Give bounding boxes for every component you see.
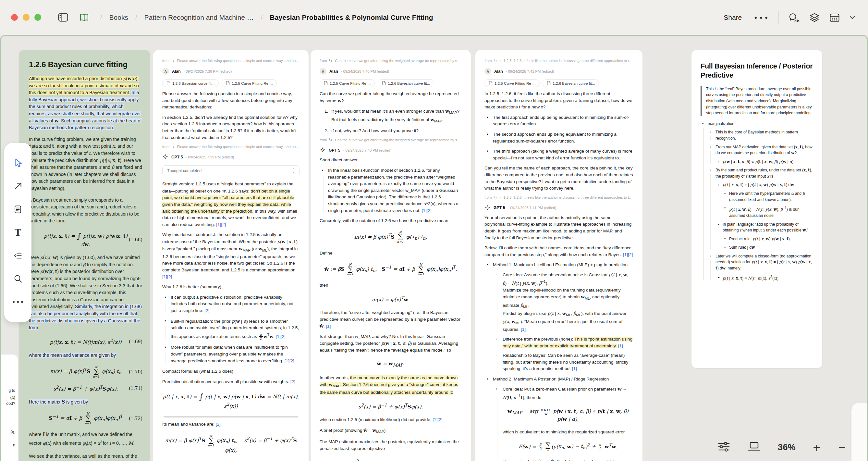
doc-paragraph: where I is the unit matrix, and we have … bbox=[29, 431, 143, 448]
offscreen-card-sliver[interactable]: g to (x) ood? 9), n bbox=[0, 354, 18, 461]
citation-link[interactable]: [1] bbox=[521, 327, 526, 332]
branch-arrow-icon bbox=[494, 196, 497, 200]
list-item: If not, why not? And how would you prove… bbox=[329, 127, 462, 135]
avatar: A bbox=[162, 68, 169, 75]
zoom-in-icon[interactable]: + bbox=[812, 441, 821, 453]
horizontal-scrollbar[interactable] bbox=[163, 416, 298, 417]
list-item: marginalization This is the core of Baye… bbox=[701, 121, 813, 282]
breadcrumb-book-title[interactable]: Pattern Recognition and Machine … bbox=[145, 13, 254, 22]
math-symbol: max bbox=[540, 407, 551, 416]
thread-source-line[interactable]: from Please answer the following questio… bbox=[162, 58, 300, 63]
thread-source-line[interactable]: from Please answer the following questio… bbox=[162, 144, 300, 149]
chat-thread-1[interactable]: from Please answer the following questio… bbox=[153, 50, 309, 461]
arrow-tool-icon[interactable] bbox=[10, 179, 25, 194]
document-icon bbox=[226, 81, 230, 85]
equation: s2(x) = β−1 + φ(x)TSφ(x), bbox=[320, 403, 462, 410]
note-title: Full Bayesian Inference / Posterior Pred… bbox=[701, 62, 813, 80]
clipped-text: ood? bbox=[6, 401, 15, 406]
citation-link[interactable]: [1][2] bbox=[276, 334, 285, 339]
book-library-icon[interactable] bbox=[79, 13, 89, 22]
minimize-window-button[interactable] bbox=[23, 14, 30, 21]
chat-thread-3[interactable]: from In 1.2.5–1.2.6, it feels like the a… bbox=[475, 50, 643, 461]
context-chip[interactable]: 1.2.6 Bayesian curve fit... bbox=[378, 79, 434, 87]
list-item: Difference from the previous (none): Thi… bbox=[493, 336, 633, 349]
author-name: GPT 5 bbox=[329, 148, 340, 152]
assistant-paragraph: then bbox=[320, 282, 462, 289]
math-symbol: ∑ bbox=[354, 458, 361, 461]
math-symbol: ∑ bbox=[417, 263, 424, 276]
chat-bubbles-icon[interactable] bbox=[788, 13, 800, 22]
note-tool-icon[interactable] bbox=[10, 202, 25, 217]
context-chip[interactable]: 1.2.6 Bayesian curve fit... bbox=[542, 79, 599, 87]
citation-link[interactable]: [1][2] bbox=[623, 252, 633, 257]
zoom-level[interactable]: 36% bbox=[778, 442, 796, 453]
context-chip[interactable]: 1.2.5 Curve Fitting Re-... bbox=[485, 79, 539, 87]
layers-icon[interactable] bbox=[809, 13, 820, 22]
clipped-text: g to bbox=[8, 388, 15, 393]
list-item: This is the core of Bayesian methods in … bbox=[708, 129, 813, 141]
citation-link[interactable]: [2] bbox=[205, 308, 209, 313]
zoom-window-button[interactable] bbox=[34, 14, 41, 21]
author-name: Alan bbox=[494, 69, 503, 74]
context-chip[interactable]: 1.2.6 Bayesian curve fit... bbox=[162, 79, 219, 87]
doc-paragraph: Although we have included a prior distri… bbox=[29, 75, 143, 132]
citation-link[interactable]: [1] bbox=[618, 344, 623, 348]
user-message: In 1.2.5–1.2.6, it feels like the author… bbox=[485, 91, 633, 111]
present-device-icon[interactable] bbox=[747, 441, 761, 454]
chat-thread-2[interactable]: from Can the curve we get after taking t… bbox=[311, 50, 471, 461]
context-chip[interactable]: 1.2.5 Curve Fitting Re-... bbox=[320, 79, 375, 87]
list-item: Product rule: p(t | x, w) p(w | x, t) bbox=[723, 236, 813, 242]
sidebar-toggle-icon[interactable] bbox=[58, 13, 68, 22]
note-card[interactable]: Full Bayesian Inference / Posterior Pred… bbox=[691, 50, 822, 368]
zoom-out-icon[interactable]: − bbox=[838, 441, 846, 453]
author-name: GPT 5 bbox=[494, 205, 505, 210]
citation-link[interactable]: [2] bbox=[216, 422, 221, 427]
doc-section-heading: 1.2.6 Bayesian curve fitting bbox=[29, 60, 143, 69]
thread-source-line[interactable]: from In 1.2.5–1.2.6, it feels like the a… bbox=[485, 58, 633, 63]
highlight: the mean curve is exactly the same as th… bbox=[320, 375, 458, 395]
highlight: Here the matrix S is given by bbox=[29, 399, 88, 404]
calendar-icon[interactable] bbox=[829, 13, 840, 22]
citation-link[interactable]: [1][2] bbox=[162, 274, 172, 279]
highlight: where the mean and variance are given by bbox=[29, 352, 116, 358]
citation-link[interactable]: [2] bbox=[290, 379, 295, 384]
list-item: If yes, wouldn’t that mean it’s an even … bbox=[329, 108, 462, 124]
outline-tool-icon[interactable] bbox=[10, 248, 25, 263]
share-button[interactable]: Share bbox=[723, 13, 742, 22]
text-tool-icon[interactable]: T bbox=[10, 225, 25, 240]
thread-source-line[interactable]: from Can the curve we get after taking t… bbox=[320, 138, 462, 142]
citation-link[interactable]: [1][2] bbox=[433, 417, 442, 422]
message-timestamp: · 09/24/2025 7:40 PM (edited) bbox=[343, 148, 392, 152]
chevron-down-icon[interactable] bbox=[849, 16, 855, 20]
more-options-icon[interactable]: ● ● ● bbox=[754, 15, 769, 20]
breadcrumb-books[interactable]: Books bbox=[110, 13, 128, 22]
user-message: Can you tell me the name of each approac… bbox=[485, 165, 633, 192]
close-window-button[interactable] bbox=[11, 14, 18, 21]
assistant-paragraph: which section 1.2.5 (maximum likelihood)… bbox=[320, 416, 462, 423]
thought-collapsed-toggle[interactable]: Thought completed ⌃⌄ bbox=[162, 165, 300, 176]
list-item: Sum rule: ∫ dw bbox=[723, 244, 813, 251]
context-chip[interactable]: 1.2.5 Curve Fitting Re-... bbox=[222, 79, 277, 87]
board-canvas[interactable]: g to (x) ood? 9), n 1.2.6 Bayesian curve… bbox=[0, 35, 868, 461]
branch-arrow-icon bbox=[329, 138, 333, 142]
breadcrumb-page-title[interactable]: Bayesian Probabilities & Polynomial Curv… bbox=[270, 13, 433, 22]
toolbar-divider bbox=[778, 11, 779, 24]
select-cursor-tool-icon[interactable] bbox=[10, 155, 25, 170]
thread-source-line[interactable]: from Can the curve we get after taking t… bbox=[320, 58, 462, 63]
list-item: The second approach ends up being equiva… bbox=[485, 131, 633, 144]
math-symbol bbox=[598, 443, 602, 451]
math-symbol: ∫ bbox=[199, 392, 204, 401]
citation-link[interactable]: [1] bbox=[326, 324, 331, 328]
citation-link[interactable]: [1][2] bbox=[285, 358, 294, 363]
citation-link[interactable]: [1][2] bbox=[422, 208, 432, 213]
citation-link[interactable]: [1] bbox=[572, 366, 577, 371]
doc-paragraph: We see that the variance, as well as the… bbox=[29, 453, 143, 461]
document-panel[interactable]: 1.2.6 Bayesian curve fitting Although we… bbox=[19, 50, 150, 461]
citation-link[interactable]: [1][2] bbox=[216, 222, 226, 227]
message-header: GPT 5 · 09/24/2025 7:40 PM (edited) bbox=[320, 147, 462, 153]
thread-source-line[interactable]: from In 1.2.5–1.2.6, it feels like the a… bbox=[485, 196, 633, 200]
display-settings-icon[interactable] bbox=[717, 441, 731, 454]
more-tools-icon[interactable] bbox=[10, 294, 25, 309]
search-tool-icon[interactable] bbox=[10, 271, 25, 286]
breadcrumb-separator: / bbox=[100, 13, 102, 21]
